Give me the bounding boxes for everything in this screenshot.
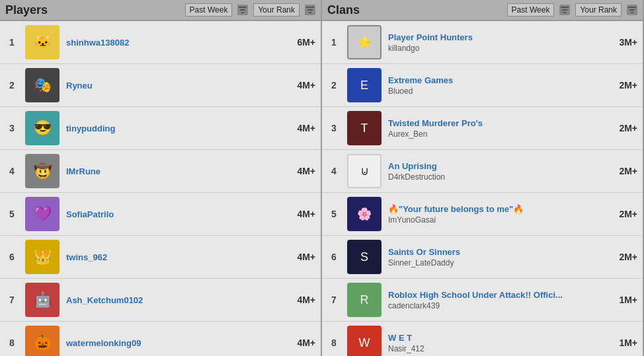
player-name: lMrRune (66, 166, 286, 176)
clan-sub: Aurex_Ben (388, 129, 608, 139)
svg-rect-1 (240, 9, 245, 11)
player-row[interactable]: 3 😎 tinypudding 4M+ (0, 107, 321, 150)
svg-rect-8 (563, 12, 566, 13)
player-score: 4M+ (286, 209, 315, 219)
svg-rect-6 (561, 7, 569, 8)
clan-avatar: ⭐ (347, 25, 382, 59)
player-rank: 1 (5, 37, 19, 48)
clan-name: 🔥"Your future belongs to me"🔥 (388, 204, 608, 214)
clans-your-rank-button[interactable]: Your Rank (575, 3, 622, 17)
clan-sub: Sinner_LateDaddy (388, 258, 608, 267)
clan-info: Saints Or Sinners Sinner_LateDaddy (388, 247, 608, 267)
clan-avatar: R (347, 283, 382, 317)
player-name: Ash_Ketchum0102 (66, 295, 286, 305)
player-info: tinypudding (66, 124, 286, 133)
clan-score: 2M+ (608, 209, 637, 219)
clan-sub: D4rkDestruction (388, 172, 608, 182)
clan-info: W E T Nasir_412 (388, 333, 608, 353)
player-rank: 3 (5, 123, 19, 133)
player-score: 4M+ (286, 166, 315, 176)
clan-name: Player Point Hunters (388, 32, 608, 42)
player-score: 6M+ (286, 37, 315, 48)
clan-avatar: T (347, 111, 382, 145)
clan-name: W E T (388, 333, 608, 343)
players-list: 1 🐱 shinhwa138082 6M+ 2 🎭 Ryneu 4M+ 3 😎 … (0, 21, 321, 356)
clan-name: Extreme Games (388, 75, 608, 85)
clans-panel: Clans Past Week Your Rank 1 ⭐ Player Poi… (322, 0, 644, 356)
svg-rect-2 (241, 12, 244, 13)
clan-avatar: ⊍ (347, 154, 382, 188)
player-rank: 7 (5, 295, 19, 305)
player-row[interactable]: 4 🤠 lMrRune 4M+ (0, 150, 321, 193)
player-avatar: 👑 (25, 240, 60, 274)
clans-filter-icon (559, 5, 570, 15)
clan-name: Twisted Murderer Pro's (388, 118, 608, 128)
players-title: Players (5, 3, 180, 17)
clan-name: Saints Or Sinners (388, 247, 608, 257)
clan-row[interactable]: 8 W W E T Nasir_412 1M+ (322, 322, 643, 356)
clan-rank: 7 (327, 295, 341, 305)
players-past-week-button[interactable]: Past Week (185, 3, 233, 17)
player-score: 4M+ (286, 80, 315, 90)
svg-rect-5 (309, 12, 311, 13)
clan-row[interactable]: 7 R Roblox High School Under Attack!! Of… (322, 279, 643, 322)
player-row[interactable]: 8 🎃 watermelonking09 4M+ (0, 322, 321, 356)
clan-rank: 8 (327, 338, 341, 348)
clan-row[interactable]: 4 ⊍ An Uprising D4rkDestruction 2M+ (322, 150, 643, 193)
player-row[interactable]: 7 🤖 Ash_Ketchum0102 4M+ (0, 279, 321, 322)
clan-score: 2M+ (608, 252, 637, 262)
clan-score: 2M+ (608, 166, 637, 176)
player-info: twins_962 (66, 252, 286, 262)
clans-rank-icon (627, 5, 637, 15)
clan-score: 2M+ (608, 123, 637, 133)
clan-info: An Uprising D4rkDestruction (388, 161, 608, 182)
clans-your-rank-label: Your Rank (580, 5, 617, 15)
clan-avatar: E (347, 68, 382, 102)
player-name: shinhwa138082 (66, 38, 286, 48)
player-rank: 2 (5, 80, 19, 90)
clan-name: Roblox High School Under Attack!! Offici… (388, 290, 608, 300)
clan-sub: killandgo (388, 44, 608, 53)
player-avatar: 🤖 (25, 283, 60, 317)
player-score: 4M+ (286, 252, 315, 262)
player-row[interactable]: 1 🐱 shinhwa138082 6M+ (0, 21, 321, 64)
player-row[interactable]: 2 🎭 Ryneu 4M+ (0, 64, 321, 107)
clan-row[interactable]: 3 T Twisted Murderer Pro's Aurex_Ben 2M+ (322, 107, 643, 150)
clan-rank: 1 (327, 37, 341, 48)
players-panel: Players Past Week Your Rank 1 🐱 shinhwa1… (0, 0, 322, 356)
clan-rank: 5 (327, 209, 341, 219)
player-row[interactable]: 5 💜 SofiaPatrilo 4M+ (0, 193, 321, 236)
svg-rect-7 (562, 9, 567, 11)
player-rank: 4 (5, 166, 19, 176)
clans-title: Clans (327, 3, 502, 17)
player-info: shinhwa138082 (66, 38, 286, 48)
clan-row[interactable]: 2 E Extreme Games Bluoed 2M+ (322, 64, 643, 107)
player-avatar: 🐱 (25, 25, 60, 59)
player-row[interactable]: 6 👑 twins_962 4M+ (0, 236, 321, 279)
svg-rect-3 (306, 7, 314, 8)
player-avatar: 🎭 (25, 68, 60, 102)
clan-info: Extreme Games Bluoed (388, 75, 608, 96)
player-avatar: 💜 (25, 197, 60, 231)
players-past-week-label: Past Week (190, 5, 228, 15)
clans-past-week-label: Past Week (512, 5, 550, 15)
players-header: Players Past Week Your Rank (0, 0, 321, 21)
clan-row[interactable]: 6 S Saints Or Sinners Sinner_LateDaddy 2… (322, 236, 643, 279)
clan-score: 1M+ (608, 338, 637, 348)
clan-info: Twisted Murderer Pro's Aurex_Ben (388, 118, 608, 139)
clan-rank: 6 (327, 252, 341, 262)
clan-row[interactable]: 1 ⭐ Player Point Hunters killandgo 3M+ (322, 21, 643, 64)
player-name: Ryneu (66, 81, 286, 90)
clan-avatar: S (347, 240, 382, 274)
clan-row[interactable]: 5 🌸 🔥"Your future belongs to me"🔥 ImYuno… (322, 193, 643, 236)
player-name: watermelonking09 (66, 338, 286, 348)
player-name: twins_962 (66, 252, 286, 262)
clans-past-week-button[interactable]: Past Week (507, 3, 555, 17)
players-your-rank-button[interactable]: Your Rank (253, 3, 300, 17)
clan-avatar: 🌸 (347, 197, 382, 231)
svg-rect-10 (629, 9, 635, 11)
clan-avatar: W (347, 326, 382, 356)
clan-score: 2M+ (608, 80, 637, 90)
players-your-rank-label: Your Rank (258, 5, 295, 15)
clan-sub: ImYunoGasai (388, 215, 608, 225)
